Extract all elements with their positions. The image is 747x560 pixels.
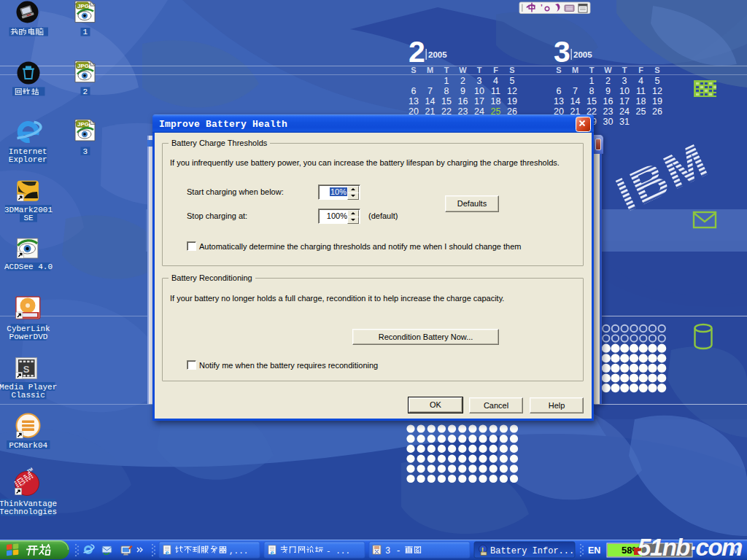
svg-text:Media Player: Media Player [0,383,57,392]
svg-text:CyberLink: CyberLink [7,324,50,333]
svg-text:e: e [271,548,274,556]
svg-text:’: ’ [541,4,543,12]
svg-text:1: 1 [82,28,88,36]
svg-text:3DMark2001: 3DMark2001 [4,206,53,214]
svg-text:3 -: 3 - [385,546,401,556]
svg-text:Technologies: Technologies [0,508,57,516]
svg-text:JPG: JPG [77,121,89,128]
svg-text:2: 2 [82,88,88,96]
svg-text:S: S [23,364,30,375]
svg-text:Explorer: Explorer [9,155,47,164]
svg-text:,...: ,... [229,547,248,556]
svg-text:JPG: JPG [77,3,89,9]
svg-text:e: e [166,548,169,556]
svg-text:JPG: JPG [77,63,89,69]
svg-text:ACDSee 4.0: ACDSee 4.0 [4,262,53,271]
svg-text:Classic: Classic [12,391,45,400]
svg-text:SE: SE [23,214,34,222]
svg-text:Improve Battery Health: Improve Battery Health [159,119,287,130]
svg-text:3: 3 [82,147,88,156]
svg-text:EN: EN [588,545,600,556]
svg-text:PCMark04: PCMark04 [9,441,47,450]
svg-text:Battery Infor...: Battery Infor... [490,546,574,556]
svg-text:- ...: - ... [326,547,350,556]
svg-text:PowerDVD: PowerDVD [9,332,48,341]
svg-text:ThinkVantage: ThinkVantage [0,499,57,508]
